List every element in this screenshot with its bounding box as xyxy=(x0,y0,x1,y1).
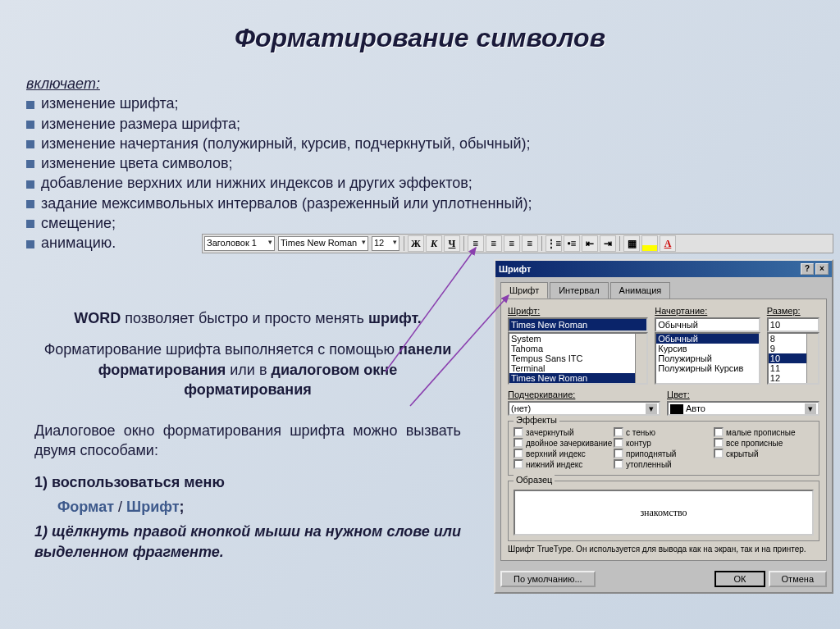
chk-label: утопленный xyxy=(626,460,672,469)
highlight-button[interactable] xyxy=(641,235,658,252)
cancel-button[interactable]: Отмена xyxy=(769,571,827,587)
ol-item: 1) воспользоваться меню xyxy=(34,474,225,490)
size-listbox[interactable]: 8 9 10 11 12 xyxy=(767,332,819,385)
underline-button[interactable]: Ч xyxy=(444,235,460,252)
checkbox-shadow[interactable]: с тенью xyxy=(614,427,714,437)
underline-label: Подчеркивание: xyxy=(508,390,660,399)
checkbox-engrave[interactable]: утопленный xyxy=(614,459,714,469)
ol-semi: ; xyxy=(180,499,185,515)
intro-block: включает: изменение шрифта; изменение ра… xyxy=(26,74,797,253)
checkbox-smallcaps[interactable]: малые прописные xyxy=(714,427,814,437)
effects-legend: Эффекты xyxy=(514,415,559,425)
checkbox-double-strike[interactable]: двойное зачеркивание xyxy=(514,438,614,448)
font-color-button[interactable]: A xyxy=(660,235,676,252)
formatting-toolbar: Заголовок 1 Times New Roman 12 Ж К Ч ≡ ≡… xyxy=(202,234,833,253)
slide-title: Форматирование символов xyxy=(0,23,840,53)
ol-item: 1) щёлкнуть правой кнопкой мыши на нужно… xyxy=(34,523,461,559)
body-p3: Диалоговое окно форматирования шрифта мо… xyxy=(34,421,461,461)
body-text-span: или в xyxy=(226,362,271,378)
effects-group: Эффекты зачеркнутый двойное зачеркивание… xyxy=(508,421,819,476)
list-item[interactable]: Полужирный Курсив xyxy=(656,363,758,373)
scrollbar[interactable] xyxy=(635,334,646,383)
color-combo[interactable]: Авто xyxy=(667,401,819,416)
tab-animation[interactable]: Анимация xyxy=(610,282,671,299)
list-item: изменение начертания (полужирный, курсив… xyxy=(26,134,797,153)
chk-label: контур xyxy=(626,439,651,448)
scrollbar[interactable] xyxy=(806,334,818,383)
checkbox-emboss[interactable]: приподнятый xyxy=(614,449,714,458)
color-value: Авто xyxy=(686,403,705,413)
separator xyxy=(619,236,620,251)
list-item[interactable]: Курсив xyxy=(656,344,758,353)
list-item[interactable]: System xyxy=(509,334,646,344)
indent-button[interactable]: ⇥ xyxy=(600,235,616,252)
checkbox-subscript[interactable]: нижний индекс xyxy=(514,459,614,469)
chk-label: скрытый xyxy=(726,449,758,458)
checkbox-hidden[interactable]: скрытый xyxy=(714,449,814,458)
body-text-span: Форматирование шрифта выполняется с помо… xyxy=(44,341,399,358)
word-bold: WORD xyxy=(74,310,121,326)
tab-spacing[interactable]: Интервал xyxy=(550,282,608,299)
list-item: изменение цвета символов; xyxy=(26,153,797,173)
dialog-tabs: Шрифт Интервал Анимация xyxy=(495,277,832,299)
bulleted-list-button[interactable]: •≡ xyxy=(564,235,580,252)
size-input[interactable]: 10 xyxy=(767,317,819,332)
list-item: смещение; xyxy=(26,213,797,233)
list-item[interactable]: Tempus Sans ITC xyxy=(509,353,646,363)
checkbox-outline[interactable]: контур xyxy=(614,438,714,448)
list-item[interactable]: Times New Roman xyxy=(509,373,646,383)
list-item: задание межсимвольных интервалов (разреж… xyxy=(26,194,797,213)
align-justify-button[interactable]: ≡ xyxy=(522,235,538,252)
chk-label: с тенью xyxy=(626,428,655,437)
italic-button[interactable]: К xyxy=(426,235,442,252)
underline-combo[interactable]: (нет) xyxy=(508,401,660,416)
chk-label: нижний индекс xyxy=(526,460,582,469)
sample-group: Образец знакомство xyxy=(508,481,819,541)
font-combo[interactable]: Times New Roman xyxy=(278,236,368,251)
chk-label: двойное зачеркивание xyxy=(526,439,612,448)
sample-legend: Образец xyxy=(514,475,555,485)
bullet-list: изменение шрифта; изменение размера шриф… xyxy=(26,93,797,253)
checkbox-strikethrough[interactable]: зачеркнутый xyxy=(514,427,614,437)
style-input[interactable]: Обычный xyxy=(655,317,760,332)
list-item[interactable]: Полужирный xyxy=(656,353,758,363)
chk-label: верхний индекс xyxy=(526,449,586,458)
close-button[interactable]: × xyxy=(815,263,829,275)
list-item[interactable]: Tahoma xyxy=(509,344,646,353)
menu-font: Шрифт xyxy=(126,499,179,515)
tab-font[interactable]: Шрифт xyxy=(500,282,548,299)
chk-label: приподнятый xyxy=(626,449,676,458)
checkbox-superscript[interactable]: верхний индекс xyxy=(514,449,614,458)
hint-text: Шрифт TrueType. Он используется для выво… xyxy=(508,545,819,554)
chk-label: все прописные xyxy=(726,439,783,448)
font-input[interactable]: Times New Roman xyxy=(508,317,648,332)
style-combo[interactable]: Заголовок 1 xyxy=(204,236,275,251)
numbered-list-button[interactable]: ⋮≡ xyxy=(546,235,562,252)
dialog-buttons: По умолчанию... ОК Отмена xyxy=(495,566,832,592)
chk-label: зачеркнутый xyxy=(526,428,574,437)
outdent-button[interactable]: ⇤ xyxy=(582,235,598,252)
ol-sep: / xyxy=(114,499,126,515)
align-right-button[interactable]: ≡ xyxy=(504,235,520,252)
checkbox-allcaps[interactable]: все прописные xyxy=(714,438,814,448)
align-center-button[interactable]: ≡ xyxy=(486,235,502,252)
dialog-titlebar: Шрифт ? × xyxy=(495,261,832,277)
borders-button[interactable]: ▦ xyxy=(623,235,640,252)
body-text: WORD позволяет быстро и просто менять шр… xyxy=(34,308,461,567)
default-button[interactable]: По умолчанию... xyxy=(500,571,596,587)
chk-label: малые прописные xyxy=(726,428,796,437)
ok-button[interactable]: ОК xyxy=(714,571,766,587)
list-item: добавление верхних или нижних индексов и… xyxy=(26,173,797,193)
list-item[interactable]: Terminal xyxy=(509,363,646,373)
list-item[interactable]: Обычный xyxy=(656,334,758,344)
size-combo[interactable]: 12 xyxy=(372,236,399,251)
font-listbox[interactable]: System Tahoma Tempus Sans ITC Terminal T… xyxy=(508,332,648,385)
align-left-button[interactable]: ≡ xyxy=(468,235,484,252)
color-label: Цвет: xyxy=(667,390,819,399)
sample-preview: знакомство xyxy=(514,490,814,536)
help-button[interactable]: ? xyxy=(801,263,814,275)
separator xyxy=(404,236,404,251)
bold-button[interactable]: Ж xyxy=(408,235,424,252)
style-listbox[interactable]: Обычный Курсив Полужирный Полужирный Кур… xyxy=(655,332,760,385)
separator xyxy=(541,236,542,251)
